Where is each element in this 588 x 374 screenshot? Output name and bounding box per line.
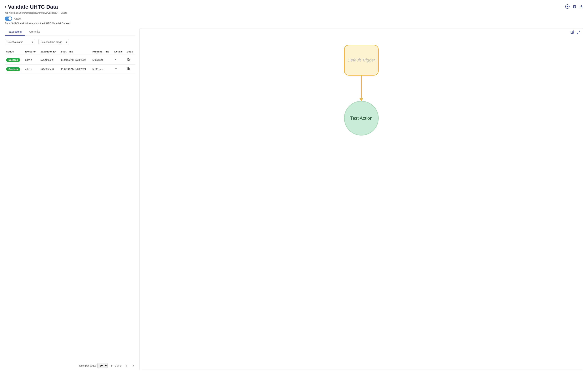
status-filter-chevron: ▾	[32, 40, 33, 43]
trigger-node-label: Default Trigger	[347, 58, 375, 63]
cell-details[interactable]	[113, 55, 125, 65]
delete-button[interactable]	[573, 4, 577, 10]
cell-start-time: 11:01:02AM 5/28/2024	[59, 55, 91, 65]
toggle-label: Active	[14, 17, 21, 20]
cell-running-time: 5.053 sec	[91, 55, 113, 65]
col-execution-id: Execution ID	[39, 48, 59, 55]
action-node-label: Test Action	[350, 115, 372, 121]
cell-execution-id: 576ebfa9-c	[39, 55, 59, 65]
col-running-time: Running Time	[91, 48, 113, 55]
status-badge: Success	[6, 67, 20, 71]
cell-logs[interactable]	[126, 55, 136, 65]
back-button[interactable]: ‹	[5, 4, 6, 10]
col-executor: Executor	[24, 48, 39, 55]
status-filter[interactable]: Select a status ▾	[5, 39, 35, 45]
time-range-filter-label: Select a time range	[41, 40, 62, 43]
cell-status: Success	[5, 65, 24, 74]
details-button[interactable]	[114, 58, 117, 62]
col-details: Details	[113, 48, 125, 55]
cell-executor: admin	[24, 65, 39, 74]
executions-table: Status Executor Execution ID Start Time …	[5, 48, 136, 358]
logs-button[interactable]	[127, 58, 130, 62]
cell-logs[interactable]	[126, 65, 136, 74]
edit-diagram-button[interactable]	[570, 30, 574, 35]
workflow-diagram: Default Trigger Test Action	[139, 28, 583, 370]
tab-executions[interactable]: Executions	[5, 28, 25, 36]
items-per-page-label: Items per page:	[78, 364, 96, 367]
status-filter-label: Select a status	[7, 40, 23, 43]
action-node[interactable]: Test Action	[344, 101, 379, 135]
connector-line	[361, 76, 362, 99]
svg-marker-1	[567, 6, 568, 7]
cell-execution-id: 5450053c-6	[39, 65, 59, 74]
col-status: Status	[5, 48, 24, 55]
col-start-time: Start Time	[59, 48, 91, 55]
svg-line-8	[577, 33, 578, 34]
tab-bar: Executions Commits	[5, 28, 136, 36]
cell-executor: admin	[24, 55, 39, 65]
trigger-node[interactable]: Default Trigger	[344, 45, 379, 76]
svg-line-7	[579, 31, 580, 32]
cell-status: Success	[5, 55, 24, 65]
time-range-filter-chevron: ▾	[66, 40, 67, 43]
logs-button[interactable]	[127, 67, 130, 71]
items-per-page-select[interactable]: 10 5 20 50	[97, 363, 107, 368]
page-info: 1 – 2 of 2	[111, 364, 121, 367]
tab-commits[interactable]: Commits	[25, 28, 44, 36]
cell-running-time: 5.111 sec	[91, 65, 113, 74]
play-button[interactable]	[565, 4, 569, 10]
time-range-filter[interactable]: Select a time range ▾	[39, 39, 69, 45]
prev-page-button[interactable]: ‹	[124, 363, 128, 368]
fullscreen-diagram-button[interactable]	[577, 30, 580, 35]
details-button[interactable]	[114, 67, 117, 71]
download-button[interactable]	[579, 4, 583, 10]
workflow-description: Runs SHACL validation against the UHTC M…	[5, 22, 583, 25]
table-row: Success admin 5450053c-6 11:00:43AM 5/28…	[5, 65, 136, 74]
status-badge: Success	[6, 58, 20, 62]
next-page-button[interactable]: ›	[131, 363, 136, 368]
active-toggle[interactable]	[5, 17, 12, 21]
table-row: Success admin 576ebfa9-c 11:01:02AM 5/28…	[5, 55, 136, 65]
workflow-url: http://mobi.solutions/ontologies/workflo…	[5, 11, 583, 14]
cell-start-time: 11:00:43AM 5/28/2024	[59, 65, 91, 74]
col-logs: Logs	[126, 48, 136, 55]
cell-details[interactable]	[113, 65, 125, 74]
page-title: Validate UHTC Data	[8, 4, 58, 10]
